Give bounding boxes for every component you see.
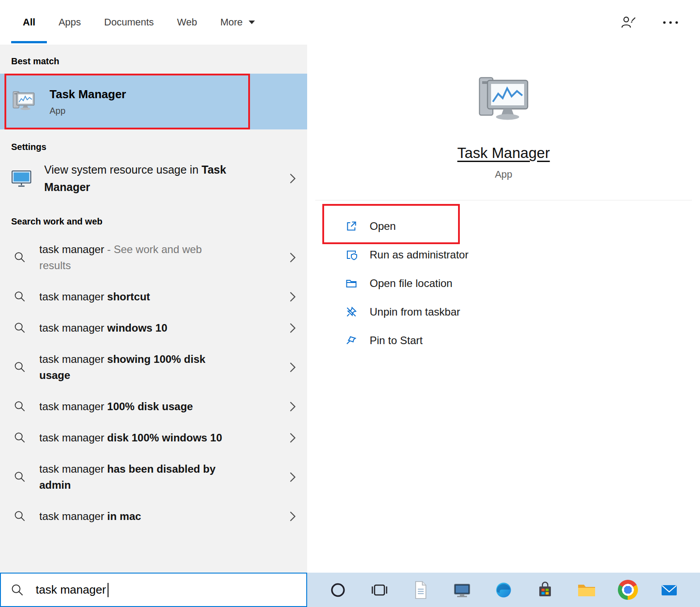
context-actions-list: Open Run as administrator xyxy=(307,212,700,355)
tab-all[interactable]: All xyxy=(11,0,47,45)
best-match-subtitle: App xyxy=(50,106,126,116)
best-match-title: Task Manager xyxy=(50,87,126,101)
search-suggestion-disk-100-windows-10[interactable]: task manager disk 100% windows 10 xyxy=(0,422,307,453)
suggestion-query: task manager xyxy=(39,322,107,334)
search-filter-bar: All Apps Documents Web More xyxy=(0,0,700,45)
tab-documents-label: Documents xyxy=(104,17,154,28)
result-preview-panel: Task Manager App Open xyxy=(307,45,700,573)
filter-tabs: All Apps Documents Web More xyxy=(11,0,267,45)
suggestion-text: task manager showing 100% disk usage xyxy=(39,351,227,383)
action-open[interactable]: Open xyxy=(345,212,700,241)
chevron-right-icon xyxy=(289,511,296,522)
edge-icon xyxy=(493,579,514,601)
taskbar-document-button[interactable] xyxy=(410,579,431,601)
chevron-right-icon xyxy=(289,173,296,184)
taskbar-cortana-button[interactable] xyxy=(327,579,349,601)
tab-more[interactable]: More xyxy=(208,0,267,45)
topbar-actions xyxy=(621,0,679,45)
search-icon xyxy=(14,322,26,334)
action-open-file-location-label: Open file location xyxy=(370,277,452,290)
action-run-as-administrator-label: Run as administrator xyxy=(370,249,468,261)
search-input[interactable]: task manager xyxy=(0,573,307,607)
store-icon xyxy=(534,579,556,601)
suggestion-text: task manager 100% disk usage xyxy=(39,399,193,415)
search-icon xyxy=(14,291,26,303)
taskbar-edge-button[interactable] xyxy=(493,579,514,601)
pin-icon xyxy=(345,334,358,347)
task-manager-icon xyxy=(11,89,36,114)
search-suggestion-see-results[interactable]: task manager - See work and web results xyxy=(0,234,307,281)
tab-documents[interactable]: Documents xyxy=(92,0,165,45)
suggestion-query: task manager xyxy=(39,353,107,365)
suggestion-text: task manager in mac xyxy=(39,508,141,524)
pc-icon xyxy=(451,579,473,601)
divider xyxy=(315,200,692,200)
suggestion-query: task manager xyxy=(39,463,107,475)
best-match-result-task-manager[interactable]: Task Manager App xyxy=(0,74,307,129)
search-suggestion-100-disk-usage[interactable]: task manager 100% disk usage xyxy=(0,391,307,422)
action-pin-to-start[interactable]: Pin to Start xyxy=(345,326,700,355)
suggestion-text: task manager windows 10 xyxy=(39,320,167,336)
chevron-right-icon xyxy=(289,323,296,333)
settings-header: Settings xyxy=(0,129,307,159)
search-suggestion-shortcut[interactable]: task manager shortcut xyxy=(0,281,307,312)
search-suggestion-windows-10[interactable]: task manager windows 10 xyxy=(0,312,307,344)
tab-more-label: More xyxy=(220,17,242,28)
action-open-file-location[interactable]: Open file location xyxy=(345,269,700,298)
preview-app-title: Task Manager xyxy=(457,145,550,162)
tab-web[interactable]: Web xyxy=(166,0,209,45)
suggestion-completion: disk 100% windows 10 xyxy=(107,432,222,444)
file-explorer-icon xyxy=(576,579,597,601)
chevron-right-icon xyxy=(289,291,296,302)
taskbar-chrome-button[interactable] xyxy=(617,579,638,601)
search-icon xyxy=(14,471,26,483)
suggestion-query: task manager xyxy=(39,291,107,303)
mail-icon xyxy=(658,579,680,601)
search-icon xyxy=(11,583,24,597)
search-suggestion-showing-100-disk[interactable]: task manager showing 100% disk usage xyxy=(0,344,307,391)
search-icon xyxy=(14,361,26,373)
chevron-right-icon xyxy=(289,252,296,263)
search-icon xyxy=(14,400,26,412)
unpin-icon xyxy=(345,305,358,319)
taskbar xyxy=(307,573,700,607)
settings-result-prefix: View system resource usage in xyxy=(44,163,201,176)
tab-apps[interactable]: Apps xyxy=(47,0,92,45)
best-match-text: Task Manager App xyxy=(50,87,126,116)
action-unpin-from-taskbar-label: Unpin from taskbar xyxy=(370,306,460,318)
open-icon xyxy=(345,220,358,233)
task-manager-icon xyxy=(475,72,532,129)
chrome-icon xyxy=(618,580,638,600)
chevron-right-icon xyxy=(289,362,296,373)
search-suggestion-in-mac[interactable]: task manager in mac xyxy=(0,501,307,532)
taskbar-task-view-button[interactable] xyxy=(369,579,390,601)
ellipsis-icon[interactable] xyxy=(662,21,679,25)
suggestion-completion: 100% disk usage xyxy=(107,400,193,412)
action-unpin-from-taskbar[interactable]: Unpin from taskbar xyxy=(345,298,700,326)
preview-app-subtitle: App xyxy=(495,169,512,180)
system-monitor-icon xyxy=(11,170,32,187)
chevron-right-icon xyxy=(289,401,296,412)
suggestion-text: task manager shortcut xyxy=(39,289,150,305)
annotation-rectangle xyxy=(4,74,250,129)
suggestion-completion: shortcut xyxy=(107,291,150,303)
search-input-value: task manager xyxy=(36,583,106,597)
settings-result-resource-usage[interactable]: View system resource usage in Task Manag… xyxy=(0,159,307,204)
suggestion-text: task manager disk 100% windows 10 xyxy=(39,430,222,446)
search-icon xyxy=(14,432,26,444)
suggestion-text: task manager - See work and web results xyxy=(39,241,227,274)
taskbar-store-button[interactable] xyxy=(534,579,556,601)
settings-result-text: View system resource usage in Task Manag… xyxy=(44,161,263,196)
person-feedback-icon[interactable] xyxy=(621,15,637,29)
suggestion-text: task manager has been disabled by admin xyxy=(39,461,227,493)
chevron-right-icon xyxy=(289,432,296,443)
taskbar-file-explorer-button[interactable] xyxy=(576,579,597,601)
search-icon xyxy=(14,510,26,522)
taskbar-mail-button[interactable] xyxy=(658,579,680,601)
action-run-as-administrator[interactable]: Run as administrator xyxy=(345,241,700,269)
taskbar-pc-button[interactable] xyxy=(451,579,473,601)
cortana-icon xyxy=(327,579,349,601)
web-search-header: Search work and web xyxy=(0,204,307,234)
document-icon xyxy=(410,579,431,601)
search-suggestion-disabled-by-admin[interactable]: task manager has been disabled by admin xyxy=(0,453,307,501)
